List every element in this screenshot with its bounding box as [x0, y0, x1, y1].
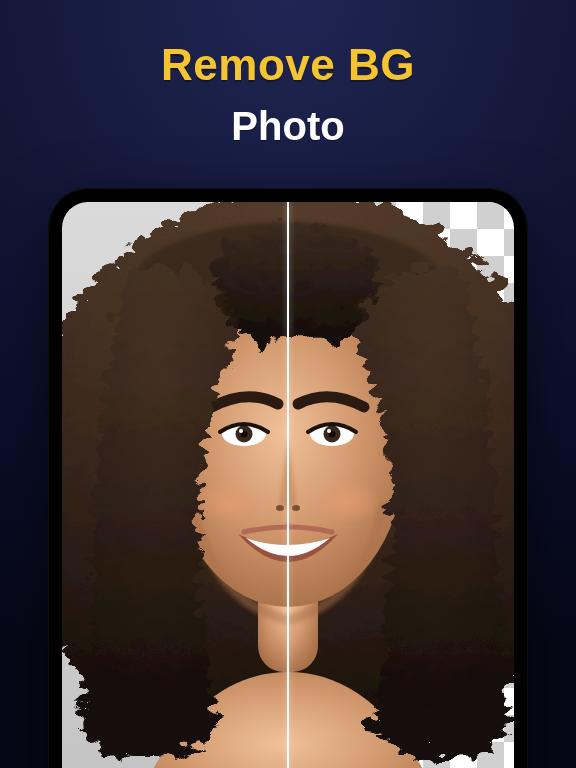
headline: Remove BG	[0, 40, 576, 90]
before-after-compare[interactable]: Before After	[62, 202, 514, 768]
device-screen: Before After	[62, 202, 514, 768]
compare-divider[interactable]	[287, 202, 289, 768]
subhead: Photo	[0, 104, 576, 149]
before-pane	[62, 202, 288, 768]
after-pane	[288, 202, 514, 768]
page: Remove BG Photo	[0, 0, 576, 768]
device-frame: Before After	[48, 188, 528, 768]
